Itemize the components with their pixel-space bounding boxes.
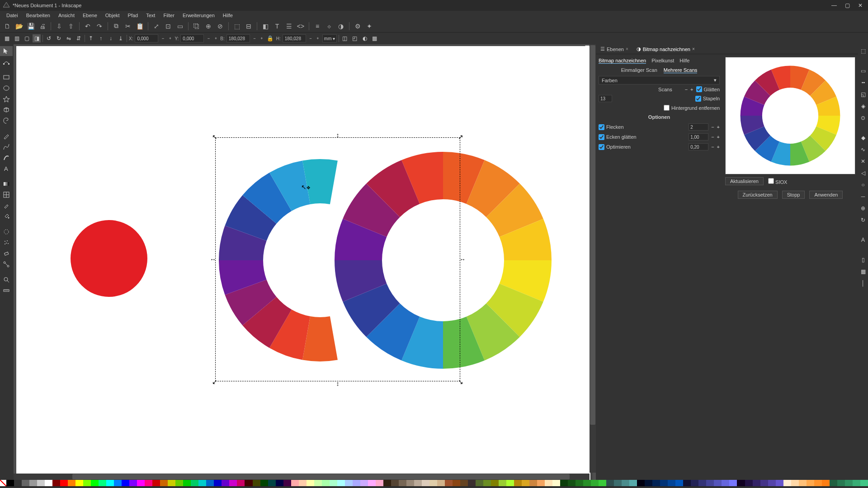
swatch[interactable] bbox=[460, 480, 468, 486]
swatch[interactable] bbox=[14, 480, 22, 486]
swatch[interactable] bbox=[414, 480, 422, 486]
swatch[interactable] bbox=[368, 480, 376, 486]
h-input[interactable] bbox=[283, 34, 306, 42]
import-icon[interactable]: ⇩ bbox=[55, 22, 64, 31]
xml-icon[interactable]: <> bbox=[296, 22, 305, 31]
copy-icon[interactable]: ⧉ bbox=[112, 22, 121, 31]
y-input[interactable] bbox=[180, 34, 204, 42]
swatch[interactable] bbox=[583, 480, 591, 486]
swatch[interactable] bbox=[52, 480, 60, 486]
swatch[interactable] bbox=[160, 480, 168, 486]
swatch[interactable] bbox=[129, 480, 137, 486]
zoom-page-icon[interactable]: ▭ bbox=[175, 22, 184, 31]
swatch[interactable] bbox=[745, 480, 753, 486]
snap-guide-icon[interactable]: │ bbox=[859, 279, 867, 287]
select-all-icon[interactable]: ▦ bbox=[3, 34, 11, 42]
swatch[interactable] bbox=[106, 480, 114, 486]
swatch[interactable] bbox=[729, 480, 737, 486]
swatch[interactable] bbox=[222, 480, 229, 486]
w-dec[interactable]: − bbox=[252, 36, 257, 41]
connector-tool[interactable] bbox=[0, 259, 13, 269]
deselect-icon[interactable]: ▢ bbox=[23, 34, 31, 42]
pencil-tool[interactable] bbox=[0, 131, 13, 141]
no-fill-swatch[interactable] bbox=[0, 480, 6, 486]
ellipse-tool[interactable] bbox=[0, 83, 13, 93]
panel-tab-layers[interactable]: ☰Ebenen× bbox=[599, 45, 630, 53]
swatch[interactable] bbox=[314, 480, 322, 486]
swatch[interactable] bbox=[714, 480, 722, 486]
trace-tab-pixel[interactable]: Pixelkunst bbox=[651, 58, 674, 64]
snap-center-icon[interactable]: ⊙ bbox=[859, 114, 867, 122]
raise-icon[interactable]: ↑ bbox=[97, 34, 105, 42]
swatch[interactable] bbox=[776, 480, 783, 486]
eraser-tool[interactable] bbox=[0, 249, 13, 258]
canvas-area[interactable]: ↖ ↕ ↗ ↔ ↔ ↙ ↕ ↘ ↖✥ bbox=[14, 44, 596, 480]
swatch[interactable] bbox=[206, 480, 214, 486]
clone-icon[interactable]: ⊕ bbox=[204, 22, 213, 31]
tweak-tool[interactable] bbox=[0, 227, 13, 237]
snap-node-icon[interactable]: ◆ bbox=[859, 134, 867, 142]
trace-icon[interactable]: ◑ bbox=[336, 22, 345, 31]
swatch[interactable] bbox=[783, 480, 791, 486]
swatch[interactable] bbox=[268, 480, 276, 486]
swatch[interactable] bbox=[122, 480, 129, 486]
close-icon[interactable]: × bbox=[692, 47, 695, 52]
minimize-button[interactable]: — bbox=[831, 2, 837, 9]
sel-handle-se[interactable]: ↘ bbox=[458, 379, 463, 385]
swatch[interactable] bbox=[360, 480, 368, 486]
swatch[interactable] bbox=[229, 480, 237, 486]
swatch[interactable] bbox=[322, 480, 330, 486]
mesh-tool[interactable] bbox=[0, 190, 13, 200]
swatch[interactable] bbox=[760, 480, 768, 486]
menu-text[interactable]: Text bbox=[142, 13, 159, 18]
swatch[interactable] bbox=[22, 480, 29, 486]
x-input[interactable] bbox=[135, 34, 158, 42]
print-icon[interactable]: 🖨 bbox=[38, 22, 47, 31]
x-dec[interactable]: − bbox=[160, 36, 165, 41]
align-icon[interactable]: ≡ bbox=[313, 22, 322, 31]
menu-erweiterungen[interactable]: Erweiterungen bbox=[179, 13, 218, 18]
swatch[interactable] bbox=[675, 480, 683, 486]
trace-mode-dropdown[interactable]: Farben▾ bbox=[599, 76, 720, 84]
save-icon[interactable]: 💾 bbox=[26, 22, 35, 31]
swatch[interactable] bbox=[260, 480, 268, 486]
speckles-check[interactable]: Flecken bbox=[599, 124, 624, 130]
unlink-icon[interactable]: ⊘ bbox=[216, 22, 225, 31]
scan-mode-single[interactable]: Einmaliger Scan bbox=[621, 67, 657, 73]
menu-pfad[interactable]: Pfad bbox=[124, 13, 142, 18]
swatch[interactable] bbox=[560, 480, 568, 486]
snap-rotation-icon[interactable]: ↻ bbox=[859, 216, 867, 224]
y-dec[interactable]: − bbox=[206, 36, 211, 41]
speckles-input[interactable] bbox=[689, 123, 708, 131]
paintbucket-tool[interactable] bbox=[0, 211, 13, 221]
lower-icon[interactable]: ↓ bbox=[107, 34, 115, 42]
apply-button[interactable]: Anwenden bbox=[809, 191, 843, 199]
raise-top-icon[interactable]: ⤒ bbox=[87, 34, 95, 42]
menu-ansicht[interactable]: Ansicht bbox=[55, 13, 78, 18]
scans-dec[interactable]: − bbox=[685, 87, 688, 92]
swatch[interactable] bbox=[860, 480, 868, 486]
rotate-ccw-icon[interactable]: ↺ bbox=[45, 34, 53, 42]
swatch[interactable] bbox=[576, 480, 583, 486]
swatch[interactable] bbox=[529, 480, 537, 486]
star-tool[interactable] bbox=[0, 94, 13, 104]
swatch[interactable] bbox=[114, 480, 122, 486]
swatch[interactable] bbox=[75, 480, 83, 486]
red-circle-object[interactable] bbox=[68, 218, 150, 299]
3dbox-tool[interactable] bbox=[0, 105, 13, 115]
group-icon[interactable]: ⬚ bbox=[232, 22, 241, 31]
zoom-drawing-icon[interactable]: ⊡ bbox=[164, 22, 173, 31]
swatch[interactable] bbox=[391, 480, 399, 486]
scans-inc[interactable]: + bbox=[690, 87, 693, 92]
sel-handle-w[interactable]: ↔ bbox=[210, 257, 216, 262]
swatch[interactable] bbox=[545, 480, 552, 486]
sel-handle-nw[interactable]: ↖ bbox=[212, 134, 217, 140]
snap-page-icon[interactable]: ▯ bbox=[859, 256, 867, 264]
swatch[interactable] bbox=[814, 480, 822, 486]
sel-handle-ne[interactable]: ↗ bbox=[458, 134, 463, 140]
paste-icon[interactable]: 📋 bbox=[135, 22, 144, 31]
swatch[interactable] bbox=[768, 480, 776, 486]
spray-tool[interactable] bbox=[0, 238, 13, 248]
trace-tab-help[interactable]: Hilfe bbox=[679, 58, 689, 64]
corners-inc[interactable]: + bbox=[717, 134, 720, 140]
